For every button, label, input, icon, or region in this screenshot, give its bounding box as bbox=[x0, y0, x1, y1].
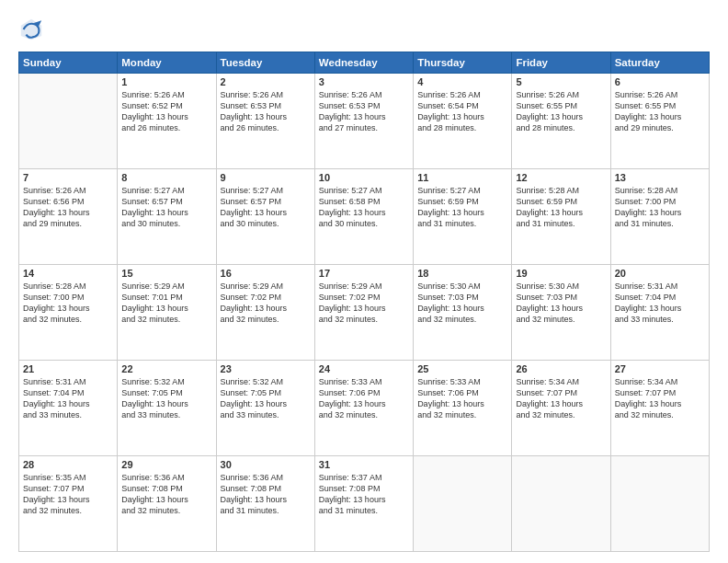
day-number: 3 bbox=[319, 76, 409, 87]
day-info: Sunrise: 5:34 AM Sunset: 7:07 PM Dayligh… bbox=[516, 376, 606, 421]
day-cell: 30Sunrise: 5:36 AM Sunset: 7:08 PM Dayli… bbox=[216, 456, 314, 552]
day-number: 18 bbox=[417, 268, 507, 279]
day-number: 4 bbox=[417, 76, 507, 87]
header bbox=[18, 17, 710, 42]
day-cell: 2Sunrise: 5:26 AM Sunset: 6:53 PM Daylig… bbox=[216, 74, 314, 169]
day-info: Sunrise: 5:32 AM Sunset: 7:05 PM Dayligh… bbox=[121, 376, 211, 421]
day-cell: 5Sunrise: 5:26 AM Sunset: 6:55 PM Daylig… bbox=[512, 74, 610, 169]
day-cell: 7Sunrise: 5:26 AM Sunset: 6:56 PM Daylig… bbox=[19, 169, 118, 265]
day-info: Sunrise: 5:30 AM Sunset: 7:03 PM Dayligh… bbox=[417, 281, 507, 326]
calendar-table: SundayMondayTuesdayWednesdayThursdayFrid… bbox=[18, 52, 710, 552]
header-cell-sunday: Sunday bbox=[19, 52, 118, 74]
day-cell: 4Sunrise: 5:26 AM Sunset: 6:54 PM Daylig… bbox=[414, 74, 512, 169]
day-cell: 18Sunrise: 5:30 AM Sunset: 7:03 PM Dayli… bbox=[414, 265, 512, 361]
day-cell: 25Sunrise: 5:33 AM Sunset: 7:06 PM Dayli… bbox=[414, 361, 512, 456]
week-row-2: 7Sunrise: 5:26 AM Sunset: 6:56 PM Daylig… bbox=[19, 169, 710, 265]
day-info: Sunrise: 5:26 AM Sunset: 6:53 PM Dayligh… bbox=[221, 89, 311, 134]
day-cell: 16Sunrise: 5:29 AM Sunset: 7:02 PM Dayli… bbox=[216, 265, 314, 361]
day-cell: 27Sunrise: 5:34 AM Sunset: 7:07 PM Dayli… bbox=[610, 361, 709, 456]
day-info: Sunrise: 5:26 AM Sunset: 6:55 PM Dayligh… bbox=[516, 89, 606, 134]
header-cell-tuesday: Tuesday bbox=[216, 52, 314, 74]
header-cell-thursday: Thursday bbox=[414, 52, 512, 74]
day-cell bbox=[512, 456, 610, 552]
day-cell: 8Sunrise: 5:27 AM Sunset: 6:57 PM Daylig… bbox=[118, 169, 216, 265]
day-number: 10 bbox=[319, 172, 409, 183]
day-info: Sunrise: 5:32 AM Sunset: 7:05 PM Dayligh… bbox=[221, 376, 311, 421]
day-cell: 6Sunrise: 5:26 AM Sunset: 6:55 PM Daylig… bbox=[610, 74, 709, 169]
day-cell: 12Sunrise: 5:28 AM Sunset: 6:59 PM Dayli… bbox=[512, 169, 610, 265]
logo-icon bbox=[18, 17, 44, 42]
day-number: 14 bbox=[23, 268, 113, 279]
day-number: 28 bbox=[23, 459, 113, 470]
day-cell: 13Sunrise: 5:28 AM Sunset: 7:00 PM Dayli… bbox=[610, 169, 709, 265]
day-number: 19 bbox=[516, 268, 606, 279]
day-info: Sunrise: 5:29 AM Sunset: 7:02 PM Dayligh… bbox=[221, 281, 311, 326]
day-cell: 10Sunrise: 5:27 AM Sunset: 6:58 PM Dayli… bbox=[314, 169, 413, 265]
day-cell: 26Sunrise: 5:34 AM Sunset: 7:07 PM Dayli… bbox=[512, 361, 610, 456]
day-cell: 21Sunrise: 5:31 AM Sunset: 7:04 PM Dayli… bbox=[19, 361, 118, 456]
day-number: 25 bbox=[417, 363, 507, 374]
day-number: 27 bbox=[615, 363, 705, 374]
day-number: 29 bbox=[121, 459, 211, 470]
day-info: Sunrise: 5:33 AM Sunset: 7:06 PM Dayligh… bbox=[319, 376, 409, 421]
week-row-1: 1Sunrise: 5:26 AM Sunset: 6:52 PM Daylig… bbox=[19, 74, 710, 169]
day-number: 9 bbox=[221, 172, 311, 183]
day-cell bbox=[610, 456, 709, 552]
day-number: 12 bbox=[516, 172, 606, 183]
day-cell: 24Sunrise: 5:33 AM Sunset: 7:06 PM Dayli… bbox=[314, 361, 413, 456]
week-row-4: 21Sunrise: 5:31 AM Sunset: 7:04 PM Dayli… bbox=[19, 361, 710, 456]
header-cell-friday: Friday bbox=[512, 52, 610, 74]
day-info: Sunrise: 5:30 AM Sunset: 7:03 PM Dayligh… bbox=[516, 281, 606, 326]
day-number: 31 bbox=[319, 459, 409, 470]
day-number: 5 bbox=[516, 76, 606, 87]
week-row-5: 28Sunrise: 5:35 AM Sunset: 7:07 PM Dayli… bbox=[19, 456, 710, 552]
day-info: Sunrise: 5:31 AM Sunset: 7:04 PM Dayligh… bbox=[23, 376, 113, 421]
header-cell-monday: Monday bbox=[118, 52, 216, 74]
day-info: Sunrise: 5:28 AM Sunset: 6:59 PM Dayligh… bbox=[516, 185, 606, 230]
day-number: 21 bbox=[23, 363, 113, 374]
day-cell bbox=[414, 456, 512, 552]
header-row: SundayMondayTuesdayWednesdayThursdayFrid… bbox=[19, 52, 710, 74]
day-cell: 14Sunrise: 5:28 AM Sunset: 7:00 PM Dayli… bbox=[19, 265, 118, 361]
day-number: 24 bbox=[319, 363, 409, 374]
day-cell: 22Sunrise: 5:32 AM Sunset: 7:05 PM Dayli… bbox=[118, 361, 216, 456]
day-number: 20 bbox=[615, 268, 705, 279]
day-info: Sunrise: 5:26 AM Sunset: 6:54 PM Dayligh… bbox=[417, 89, 507, 134]
calendar-body: 1Sunrise: 5:26 AM Sunset: 6:52 PM Daylig… bbox=[19, 74, 710, 552]
day-cell: 23Sunrise: 5:32 AM Sunset: 7:05 PM Dayli… bbox=[216, 361, 314, 456]
day-info: Sunrise: 5:31 AM Sunset: 7:04 PM Dayligh… bbox=[615, 281, 705, 326]
day-number: 22 bbox=[121, 363, 211, 374]
day-number: 16 bbox=[221, 268, 311, 279]
day-number: 15 bbox=[121, 268, 211, 279]
day-info: Sunrise: 5:26 AM Sunset: 6:52 PM Dayligh… bbox=[121, 89, 211, 134]
day-number: 23 bbox=[221, 363, 311, 374]
week-row-3: 14Sunrise: 5:28 AM Sunset: 7:00 PM Dayli… bbox=[19, 265, 710, 361]
day-number: 13 bbox=[615, 172, 705, 183]
day-info: Sunrise: 5:36 AM Sunset: 7:08 PM Dayligh… bbox=[221, 472, 311, 517]
day-cell: 28Sunrise: 5:35 AM Sunset: 7:07 PM Dayli… bbox=[19, 456, 118, 552]
day-cell: 15Sunrise: 5:29 AM Sunset: 7:01 PM Dayli… bbox=[118, 265, 216, 361]
day-cell: 1Sunrise: 5:26 AM Sunset: 6:52 PM Daylig… bbox=[118, 74, 216, 169]
day-info: Sunrise: 5:29 AM Sunset: 7:02 PM Dayligh… bbox=[319, 281, 409, 326]
logo bbox=[18, 17, 48, 42]
day-cell: 29Sunrise: 5:36 AM Sunset: 7:08 PM Dayli… bbox=[118, 456, 216, 552]
day-info: Sunrise: 5:28 AM Sunset: 7:00 PM Dayligh… bbox=[615, 185, 705, 230]
day-cell: 17Sunrise: 5:29 AM Sunset: 7:02 PM Dayli… bbox=[314, 265, 413, 361]
day-number: 8 bbox=[121, 172, 211, 183]
day-info: Sunrise: 5:34 AM Sunset: 7:07 PM Dayligh… bbox=[615, 376, 705, 421]
day-info: Sunrise: 5:37 AM Sunset: 7:08 PM Dayligh… bbox=[319, 472, 409, 517]
day-info: Sunrise: 5:27 AM Sunset: 6:57 PM Dayligh… bbox=[121, 185, 211, 230]
day-number: 1 bbox=[121, 76, 211, 87]
day-cell: 9Sunrise: 5:27 AM Sunset: 6:57 PM Daylig… bbox=[216, 169, 314, 265]
calendar-header: SundayMondayTuesdayWednesdayThursdayFrid… bbox=[19, 52, 710, 74]
day-info: Sunrise: 5:36 AM Sunset: 7:08 PM Dayligh… bbox=[121, 472, 211, 517]
day-cell: 31Sunrise: 5:37 AM Sunset: 7:08 PM Dayli… bbox=[314, 456, 413, 552]
day-info: Sunrise: 5:26 AM Sunset: 6:53 PM Dayligh… bbox=[319, 89, 409, 134]
day-number: 6 bbox=[615, 76, 705, 87]
day-info: Sunrise: 5:29 AM Sunset: 7:01 PM Dayligh… bbox=[121, 281, 211, 326]
day-number: 11 bbox=[417, 172, 507, 183]
day-info: Sunrise: 5:26 AM Sunset: 6:55 PM Dayligh… bbox=[615, 89, 705, 134]
day-cell: 19Sunrise: 5:30 AM Sunset: 7:03 PM Dayli… bbox=[512, 265, 610, 361]
day-info: Sunrise: 5:27 AM Sunset: 6:57 PM Dayligh… bbox=[221, 185, 311, 230]
day-info: Sunrise: 5:28 AM Sunset: 7:00 PM Dayligh… bbox=[23, 281, 113, 326]
